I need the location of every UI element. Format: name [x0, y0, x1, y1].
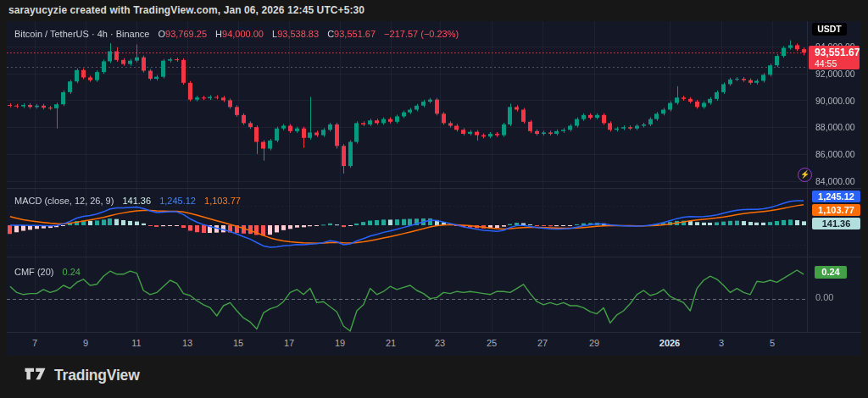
macd-title[interactable]: MACD: [14, 196, 42, 206]
symbol-title[interactable]: Bitcoin / TetherUS: [14, 29, 89, 39]
close-value: 93,551.67: [334, 29, 376, 39]
attribution-bar: sarayucyzie created with TradingView.com…: [0, 0, 868, 21]
time-axis-label: 3: [719, 338, 724, 348]
time-axis-label: 17: [284, 338, 294, 348]
pane-separator[interactable]: [7, 188, 861, 189]
price-axis-label: 90,000.00: [815, 96, 855, 106]
cmf-zero-label: 0.00: [815, 292, 833, 302]
time-axis-label: 2026: [659, 338, 680, 348]
time-axis-label: 11: [131, 338, 141, 348]
price-axis-label: 84,000.00: [815, 176, 855, 186]
high-label: H: [215, 29, 222, 39]
high-value: 94,000.00: [222, 29, 264, 39]
open-value: 93,769.25: [165, 29, 207, 39]
time-axis-label: 29: [589, 338, 599, 348]
macd-signal-value: 1,103.77: [204, 196, 241, 206]
flash-boost-icon[interactable]: ⚡: [798, 168, 812, 182]
price-axis-label: 92,000.00: [815, 69, 855, 79]
macd-hist-badge: 141.36: [812, 218, 860, 229]
time-axis-label: 15: [233, 338, 243, 348]
time-axis-label: 19: [335, 338, 345, 348]
close-label: C: [327, 29, 334, 39]
time-axis-label: 23: [435, 338, 445, 348]
last-price-value: 93,551.67: [815, 47, 860, 58]
bar-countdown: 44:55: [815, 58, 860, 69]
price-axis-label: 88,000.00: [815, 122, 855, 132]
time-axis-label: 9: [83, 338, 88, 348]
cmf-value: 0.24: [63, 267, 81, 277]
last-price-badge: 93,551.67 44:55: [809, 46, 860, 69]
time-axis-label: 25: [487, 338, 497, 348]
cmf-pane-canvas[interactable]: [7, 257, 807, 332]
price-pane-canvas[interactable]: [7, 21, 807, 188]
attribution-text: sarayucyzie created with TradingView.com…: [8, 4, 364, 16]
cmf-title[interactable]: CMF: [14, 267, 35, 277]
tradingview-snapshot: { "attribution": "sarayucyzie created wi…: [0, 0, 868, 398]
chart-frame: Bitcoin / TetherUS · 4h · Binance O93,76…: [7, 21, 861, 356]
cmf-params: (20): [37, 267, 54, 277]
tradingview-logo-icon: [24, 366, 47, 384]
interval-label[interactable]: 4h: [97, 29, 108, 39]
time-axis-label: 7: [32, 338, 37, 348]
low-value: 93,538.83: [277, 29, 319, 39]
macd-hist-value: 141.36: [122, 196, 151, 206]
exchange-label: Binance: [116, 29, 150, 39]
macd-line-badge: 1,245.12: [812, 191, 860, 202]
currency-badge[interactable]: USDT: [812, 23, 847, 36]
cmf-value-badge: 0.24: [815, 266, 847, 279]
macd-line-value: 1,245.12: [159, 196, 196, 206]
macd-signal-badge: 1,103.77: [812, 204, 860, 216]
change-value: −217.57 (−0.23%): [384, 29, 459, 39]
price-axis-label: 86,000.00: [815, 149, 855, 159]
time-axis-label: 21: [386, 338, 396, 348]
pane-separator[interactable]: [7, 257, 861, 257]
cmf-legend[interactable]: CMF (20) 0.24: [14, 267, 81, 277]
open-label: O: [159, 29, 166, 39]
bottom-bar: TradingView: [0, 356, 868, 398]
time-axis-label: 13: [182, 338, 192, 348]
tradingview-logo-text: TradingView: [54, 367, 140, 384]
macd-legend[interactable]: MACD (close, 12, 26, 9) 141.36 1,245.12 …: [14, 196, 241, 206]
symbol-legend[interactable]: Bitcoin / TetherUS · 4h · Binance O93,76…: [14, 29, 459, 39]
tradingview-logo[interactable]: TradingView: [24, 366, 140, 384]
time-axis-label: 27: [537, 338, 548, 348]
time-axis[interactable]: 7911131517192123252729202635: [7, 333, 861, 356]
time-axis-label: 5: [770, 338, 775, 348]
macd-params: (close, 12, 26, 9): [44, 196, 114, 206]
